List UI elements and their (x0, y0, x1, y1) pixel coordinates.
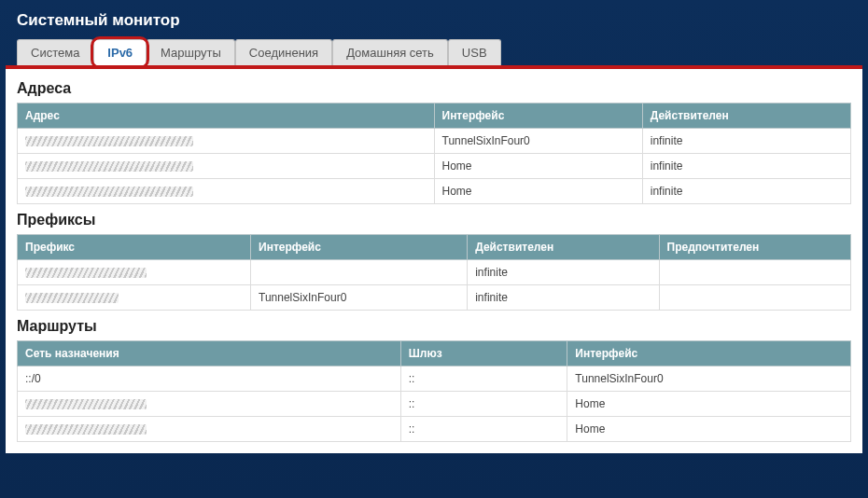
table-row: :: Home (18, 417, 851, 442)
prefixes-header-interface: Интерфейс (251, 235, 468, 260)
content-panel: Адреса Адрес Интерфейс Действителен Tunn… (6, 69, 862, 453)
redacted-text (25, 293, 119, 303)
cell-dest (18, 417, 401, 442)
addresses-header-interface: Интерфейс (434, 104, 642, 129)
tab-routes[interactable]: Маршруты (147, 39, 235, 65)
prefixes-header-prefix: Префикс (18, 235, 251, 260)
routes-header-interface: Интерфейс (567, 341, 851, 367)
table-row: :: Home (18, 392, 851, 417)
tab-bar: Система IPv6 Маршруты Соединения Домашня… (0, 39, 868, 65)
table-row: ::/0 :: TunnelSixInFour0 (18, 367, 851, 392)
cell-preferred (659, 285, 850, 311)
tab-connections[interactable]: Соединения (235, 39, 332, 65)
cell-interface (251, 260, 468, 285)
cell-gateway: :: (400, 417, 567, 442)
routes-header-dest: Сеть назначения (18, 341, 401, 367)
cell-address (18, 129, 435, 154)
prefixes-header-valid: Действителен (468, 235, 659, 260)
tab-ipv6-label: IPv6 (107, 46, 133, 60)
cell-valid: infinite (642, 129, 850, 154)
tab-system[interactable]: Система (17, 39, 93, 65)
cell-gateway: :: (400, 392, 567, 417)
redacted-text (25, 136, 193, 146)
cell-prefix (18, 285, 251, 311)
table-row: TunnelSixInFour0 infinite (18, 285, 851, 311)
cell-valid: infinite (642, 154, 850, 179)
cell-interface: Home (567, 392, 851, 417)
cell-address (18, 179, 435, 204)
redacted-text (25, 187, 193, 197)
redacted-text (25, 268, 147, 278)
cell-interface: TunnelSixInFour0 (434, 129, 642, 154)
table-row: Home infinite (18, 179, 851, 204)
table-row: TunnelSixInFour0 infinite (18, 129, 851, 154)
cell-dest (18, 392, 401, 417)
section-title-routes: Маршруты (17, 318, 851, 335)
cell-preferred (659, 260, 850, 285)
cell-address (18, 154, 435, 179)
cell-interface: Home (434, 154, 642, 179)
cell-interface: TunnelSixInFour0 (251, 285, 468, 311)
addresses-header-valid: Действителен (642, 104, 850, 129)
page-title: Системный монитор (0, 0, 868, 39)
redacted-text (25, 399, 147, 409)
cell-gateway: :: (400, 367, 567, 392)
tab-ipv6[interactable]: IPv6 (93, 39, 147, 65)
routes-header-gateway: Шлюз (400, 341, 567, 367)
addresses-table: Адрес Интерфейс Действителен TunnelSixIn… (17, 103, 851, 204)
cell-valid: infinite (468, 260, 659, 285)
section-title-addresses: Адреса (17, 80, 851, 97)
redacted-text (25, 161, 193, 172)
table-row: infinite (18, 260, 851, 285)
tab-usb[interactable]: USB (448, 39, 501, 65)
cell-prefix (18, 260, 251, 285)
prefixes-table: Префикс Интерфейс Действителен Предпочти… (17, 234, 851, 311)
addresses-header-address: Адрес (18, 104, 435, 129)
cell-interface: TunnelSixInFour0 (567, 367, 851, 392)
routes-table: Сеть назначения Шлюз Интерфейс ::/0 :: T… (17, 340, 851, 442)
cell-valid: infinite (468, 285, 659, 311)
cell-dest: ::/0 (18, 367, 401, 392)
redacted-text (25, 424, 147, 435)
cell-interface: Home (567, 417, 851, 442)
cell-valid: infinite (642, 179, 850, 204)
table-row: Home infinite (18, 154, 851, 179)
prefixes-header-preferred: Предпочтителен (659, 235, 850, 260)
section-title-prefixes: Префиксы (17, 212, 851, 228)
cell-interface: Home (434, 179, 642, 204)
tab-home-network[interactable]: Домашняя сеть (332, 39, 448, 65)
